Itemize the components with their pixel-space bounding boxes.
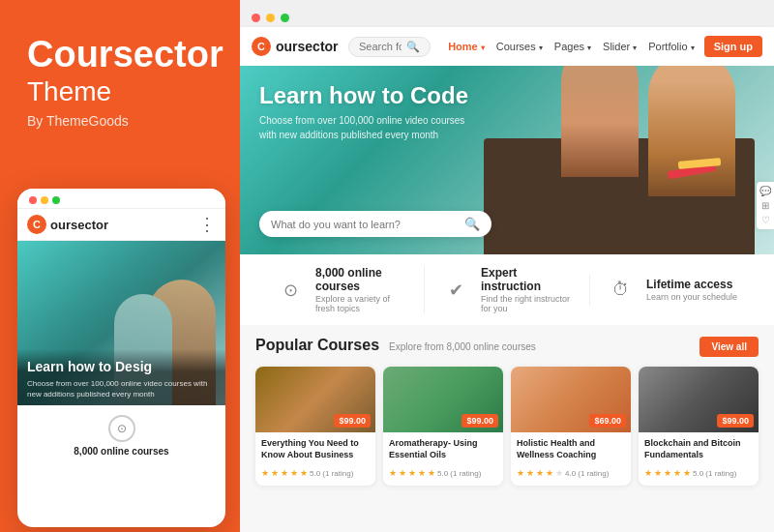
stat-instruction-text: Expert instruction Find the right instru…	[481, 266, 574, 313]
hero-person-2	[648, 66, 735, 196]
nav-logo-text: oursector	[276, 39, 339, 54]
star-2-0: ★	[517, 468, 524, 478]
star-0-1: ★	[271, 468, 279, 478]
nav-search[interactable]: 🔍	[348, 37, 431, 57]
signup-button[interactable]: Sign up	[704, 36, 762, 57]
star-2-3: ★	[546, 468, 553, 478]
brand-by: By ThemeGoods	[27, 113, 129, 129]
star-1-1: ★	[399, 468, 406, 478]
star-1-0: ★	[389, 468, 397, 478]
mobile-hero-overlay: Learn how to Desig Choose from over 100,…	[17, 349, 225, 405]
mobile-logo: C oursector	[27, 215, 108, 234]
stat-courses-icon: ⊙	[275, 275, 306, 306]
hero-person-1	[561, 66, 639, 177]
course-price: $99.00	[461, 414, 498, 428]
course-img: $99.00	[639, 367, 759, 432]
mobile-dot-yellow	[41, 196, 48, 204]
course-stars: ★★★★★ 5.0 (1 rating)	[261, 468, 370, 478]
nav-search-input[interactable]	[359, 41, 402, 52]
nav-search-icon: 🔍	[406, 41, 420, 53]
stat-access-title: Lifetime access	[646, 278, 737, 291]
course-img: $69.00	[511, 367, 631, 432]
slider-arrow: ▾	[633, 44, 637, 52]
course-info: Holistic Health and Wellness Coaching ★★…	[511, 432, 631, 486]
hero-content: Learn how to Code Choose from over 100,0…	[259, 83, 472, 142]
star-2-2: ★	[536, 468, 544, 478]
nav-links: Home ▾ Courses ▾ Pages ▾ Slider ▾ Portfo…	[448, 41, 695, 52]
course-info: Blockchain and Bitcoin Fundamentals ★★★★…	[639, 432, 759, 486]
course-img: $99.00	[383, 367, 503, 432]
course-name: Aromatherapy- Using Essential Oils	[389, 438, 497, 465]
stat-courses-text: 8,000 online courses Explore a variety o…	[315, 266, 408, 313]
stat-instruction-title: Expert instruction	[481, 266, 574, 293]
portfolio-arrow: ▾	[691, 44, 695, 52]
nav-link-portfolio[interactable]: Portfolio ▾	[648, 41, 694, 52]
stat-courses-sub: Explore a variety of fresh topics	[315, 294, 408, 313]
browser-dot-green[interactable]	[281, 14, 289, 22]
right-sidebar: 💬 ⊞ ♡	[757, 182, 774, 229]
course-card[interactable]: $69.00 Holistic Health and Wellness Coac…	[511, 367, 631, 486]
course-name: Holistic Health and Wellness Coaching	[517, 438, 625, 465]
stat-access-sub: Learn on your schedule	[646, 292, 737, 302]
course-stars: ★★★★★ 4.0 (1 rating)	[517, 468, 625, 478]
stat-item-courses: ⊙ 8,000 online courses Explore a variety…	[259, 266, 424, 313]
hero-search-input[interactable]	[271, 219, 459, 230]
hero-title: Learn how to Code	[259, 83, 472, 108]
mobile-logo-icon: C	[27, 215, 46, 234]
mobile-hero-title: Learn how to Desig	[27, 359, 216, 375]
nav-logo: C oursector	[252, 37, 339, 56]
star-0-0: ★	[261, 468, 269, 478]
courses-grid: $99.00 Everything You Need to Know About…	[255, 367, 759, 486]
mobile-hero: Learn how to Desig Choose from over 100,…	[17, 241, 225, 405]
sidebar-grid-icon[interactable]: ⊞	[759, 200, 772, 211]
mobile-hero-subtitle: Choose from over 100,000 online video co…	[27, 378, 216, 399]
course-card[interactable]: $99.00 Aromatherapy- Using Essential Oil…	[383, 367, 503, 486]
sidebar-chat-icon[interactable]: 💬	[759, 186, 772, 196]
nav-link-pages[interactable]: Pages ▾	[554, 41, 591, 52]
star-3-0: ★	[644, 468, 652, 478]
mobile-dot-red	[29, 196, 37, 204]
stat-instruction-icon: ✔	[440, 275, 471, 306]
brand-theme: Theme	[27, 75, 111, 108]
nav-link-slider[interactable]: Slider ▾	[603, 41, 637, 52]
main-panel: C oursector 🔍 Home ▾ Courses ▾ Pages ▾ S…	[240, 0, 774, 532]
nav-link-home[interactable]: Home ▾	[448, 41, 485, 52]
hero-search-button[interactable]: 🔍	[464, 217, 480, 231]
courses-sub: Explore from 8,000 online courses	[389, 341, 536, 352]
mobile-top-bar	[17, 189, 225, 209]
star-3-2: ★	[664, 468, 671, 478]
course-price: $99.00	[334, 414, 371, 428]
course-card[interactable]: $99.00 Blockchain and Bitcoin Fundamenta…	[639, 367, 759, 486]
mobile-menu-icon[interactable]: ⋮	[198, 214, 216, 235]
mobile-stats: ⊙ 8,000 online courses	[17, 405, 225, 466]
home-arrow: ▾	[481, 44, 485, 52]
course-stars: ★★★★★ 5.0 (1 rating)	[644, 468, 753, 478]
stat-item-access: ⏱ Lifetime access Learn on your schedule	[589, 275, 755, 306]
hero-section: Learn how to Code Choose from over 100,0…	[240, 66, 774, 254]
nav-link-courses[interactable]: Courses ▾	[496, 41, 543, 52]
mobile-stats-text: 8,000 online courses	[74, 446, 168, 457]
sidebar-heart-icon[interactable]: ♡	[759, 215, 772, 225]
course-stars: ★★★★★ 5.0 (1 rating)	[389, 468, 497, 478]
site-nav: C oursector 🔍 Home ▾ Courses ▾ Pages ▾ S…	[240, 27, 774, 66]
stat-item-instruction: ✔ Expert instruction Find the right inst…	[424, 266, 589, 313]
course-name: Blockchain and Bitcoin Fundamentals	[644, 438, 753, 465]
browser-dot-yellow[interactable]	[266, 14, 275, 22]
left-panel: Coursector Theme By ThemeGoods C oursect…	[0, 0, 240, 532]
stat-access-text: Lifetime access Learn on your schedule	[646, 278, 737, 302]
mobile-courses-icon: ⊙	[108, 415, 135, 442]
course-info: Everything You Need to Know About Busine…	[255, 432, 375, 486]
stat-access-icon: ⏱	[606, 275, 637, 306]
stats-bar: ⊙ 8,000 online courses Explore a variety…	[240, 254, 774, 325]
hero-search-box[interactable]: 🔍	[259, 211, 491, 237]
view-all-button[interactable]: View all	[700, 337, 759, 357]
courses-header: Popular Courses Explore from 8,000 onlin…	[255, 337, 759, 357]
star-1-4: ★	[428, 468, 435, 478]
star-3-3: ★	[673, 468, 681, 478]
course-card[interactable]: $99.00 Everything You Need to Know About…	[255, 367, 375, 486]
course-rating: 4.0 (1 rating)	[565, 469, 609, 478]
browser-dot-red[interactable]	[252, 14, 260, 22]
mobile-mockup: C oursector ⋮ Learn how to Desig Choose …	[17, 189, 225, 527]
hero-subtitle: Choose from over 100,000 online video co…	[259, 113, 472, 142]
course-name: Everything You Need to Know About Busine…	[261, 438, 370, 465]
